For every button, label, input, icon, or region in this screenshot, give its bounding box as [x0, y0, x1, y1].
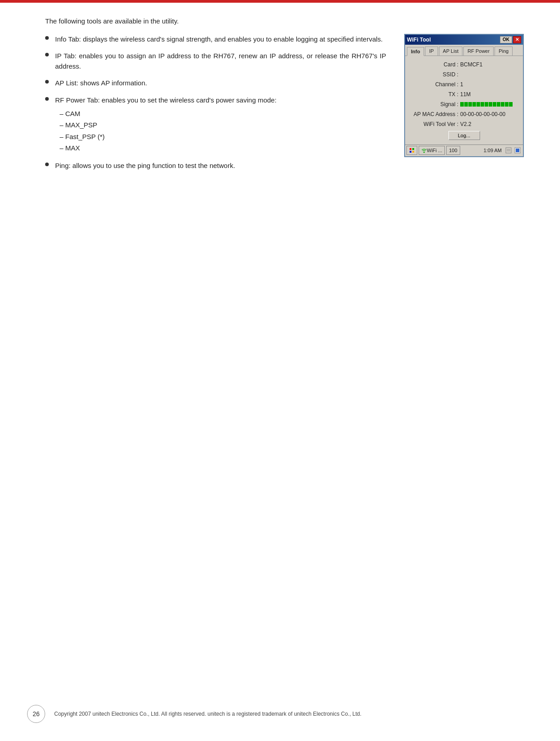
- wifi-label-ssid: SSID :: [409, 71, 458, 78]
- wifi-title-text: WiFi Tool: [407, 37, 431, 43]
- page-content: The following tools are available in the…: [0, 3, 560, 213]
- taskbar-speed-label: 100: [449, 148, 457, 153]
- wifi-taskbar-icon: [421, 148, 427, 153]
- svg-rect-9: [516, 149, 519, 152]
- ok-button[interactable]: OK: [500, 36, 512, 43]
- svg-point-4: [424, 152, 425, 153]
- wifi-label-ver: WiFi Tool Ver :: [409, 121, 458, 127]
- sub-list: – CAM – MAX_PSP – Fast_PSP (*) – MAX: [60, 108, 386, 154]
- tab-ap-list[interactable]: AP List: [439, 47, 463, 56]
- list-item: Ping: allows you to use the ping functio…: [45, 160, 386, 171]
- footer-copyright: Copyright 2007 unitech Electronics Co., …: [54, 711, 361, 717]
- page-footer: 26 Copyright 2007 unitech Electronics Co…: [0, 705, 560, 723]
- taskbar-wifi-label: WiFi ...: [427, 148, 442, 153]
- wifi-label-signal: Signal :: [409, 101, 458, 107]
- wifi-tool-window: WiFi Tool OK ✕ Info IP AP List RF Power …: [404, 34, 524, 157]
- wifi-label-tx: TX :: [409, 91, 458, 98]
- taskbar-right-icons: 1:09 AM: [482, 146, 522, 154]
- sub-list-item: – CAM: [60, 108, 386, 120]
- bullet-text: Info Tab: displays the wireless card's s…: [55, 34, 386, 44]
- wifi-field-channel: Channel : 1: [409, 81, 519, 88]
- taskbar-icon1[interactable]: [504, 146, 513, 154]
- signal-bar: [472, 102, 476, 107]
- bullet-dot: [45, 36, 49, 40]
- svg-rect-3: [412, 151, 414, 153]
- wifi-field-mac: AP MAC Address : 00-00-00-00-00-00: [409, 111, 519, 117]
- svg-rect-1: [412, 148, 414, 150]
- taskbar-speed-item[interactable]: 100: [446, 146, 460, 155]
- log-button[interactable]: Log...: [448, 131, 480, 140]
- wifi-value-ver: V2.2: [460, 121, 471, 127]
- signal-bar: [468, 102, 472, 107]
- signal-bar: [464, 102, 468, 107]
- wifi-field-ver: WiFi Tool Ver : V2.2: [409, 121, 519, 127]
- signal-bar: [497, 102, 500, 107]
- taskbar-start-button[interactable]: [406, 146, 417, 155]
- main-area: Info Tab: displays the wireless card's s…: [45, 34, 524, 177]
- wifi-taskbar: WiFi ... 100 1:09 AM: [405, 144, 523, 156]
- wifi-titlebar: WiFi Tool OK ✕: [405, 35, 523, 45]
- svg-rect-0: [410, 148, 411, 150]
- page-number: 26: [27, 705, 45, 723]
- wifi-field-signal: Signal :: [409, 101, 519, 107]
- tab-info[interactable]: Info: [407, 47, 424, 56]
- taskbar-icon2[interactable]: [513, 146, 522, 154]
- list-item: AP List: shows AP information.: [45, 78, 386, 88]
- wifi-value-mac: 00-00-00-00-00-00: [460, 111, 505, 117]
- wifi-body: Card : BCMCF1 SSID : Channel : 1 TX : 11…: [405, 56, 523, 144]
- signal-bar: [489, 102, 492, 107]
- wifi-value-tx: 11M: [460, 91, 471, 98]
- wifi-label-card: Card :: [409, 61, 458, 68]
- wifi-label-channel: Channel :: [409, 81, 458, 88]
- sub-list-item: – MAX: [60, 142, 386, 154]
- tab-rf-power[interactable]: RF Power: [463, 47, 494, 56]
- tab-ip[interactable]: IP: [425, 47, 438, 56]
- windows-icon: [409, 148, 415, 153]
- sub-list-item: – MAX_PSP: [60, 119, 386, 131]
- wifi-field-card: Card : BCMCF1: [409, 61, 519, 68]
- taskbar-time: 1:09 AM: [482, 148, 504, 153]
- taskbar-icon-1-icon: [505, 147, 512, 154]
- wifi-field-tx: TX : 11M: [409, 91, 519, 98]
- bullet-dot: [45, 163, 49, 166]
- wifi-field-ssid: SSID :: [409, 71, 519, 78]
- signal-bar: [509, 102, 513, 107]
- tab-ping[interactable]: Ping: [495, 47, 513, 56]
- list-item: RF Power Tab: enables you to set the wir…: [45, 95, 386, 154]
- bullet-text: IP Tab: enables you to assign an IP addr…: [55, 51, 386, 72]
- bullet-text: Ping: allows you to use the ping functio…: [55, 160, 386, 171]
- bullets-section: Info Tab: displays the wireless card's s…: [45, 34, 386, 177]
- list-item: Info Tab: displays the wireless card's s…: [45, 34, 386, 44]
- signal-bar: [505, 102, 509, 107]
- signal-bar: [481, 102, 484, 107]
- close-button[interactable]: ✕: [513, 36, 521, 43]
- taskbar-wifi-item[interactable]: WiFi ...: [419, 146, 445, 155]
- bullet-dot: [45, 97, 49, 101]
- wifi-label-mac: AP MAC Address :: [409, 111, 458, 117]
- svg-rect-2: [410, 151, 411, 153]
- svg-rect-5: [506, 148, 511, 153]
- bullet-text: RF Power Tab: enables you to set the wir…: [55, 95, 386, 154]
- wifi-value-channel: 1: [460, 81, 463, 88]
- wifi-title-buttons: OK ✕: [500, 36, 521, 43]
- list-item: IP Tab: enables you to assign an IP addr…: [45, 51, 386, 72]
- intro-text: The following tools are available in the…: [45, 16, 524, 27]
- bullet-dot: [45, 80, 49, 84]
- sub-list-item: – Fast_PSP (*): [60, 131, 386, 143]
- wifi-tabs: Info IP AP List RF Power Ping: [405, 45, 523, 56]
- signal-bar: [476, 102, 480, 107]
- signal-bar: [493, 102, 496, 107]
- bullet-list: Info Tab: displays the wireless card's s…: [45, 34, 386, 171]
- signal-bar: [460, 102, 464, 107]
- bullet-dot: [45, 53, 49, 56]
- signal-bars: [460, 102, 513, 107]
- signal-bar: [501, 102, 504, 107]
- wifi-value-card: BCMCF1: [460, 61, 482, 68]
- signal-bar: [485, 102, 488, 107]
- taskbar-icon-2-icon: [514, 147, 521, 154]
- bullet-text: AP List: shows AP information.: [55, 78, 386, 88]
